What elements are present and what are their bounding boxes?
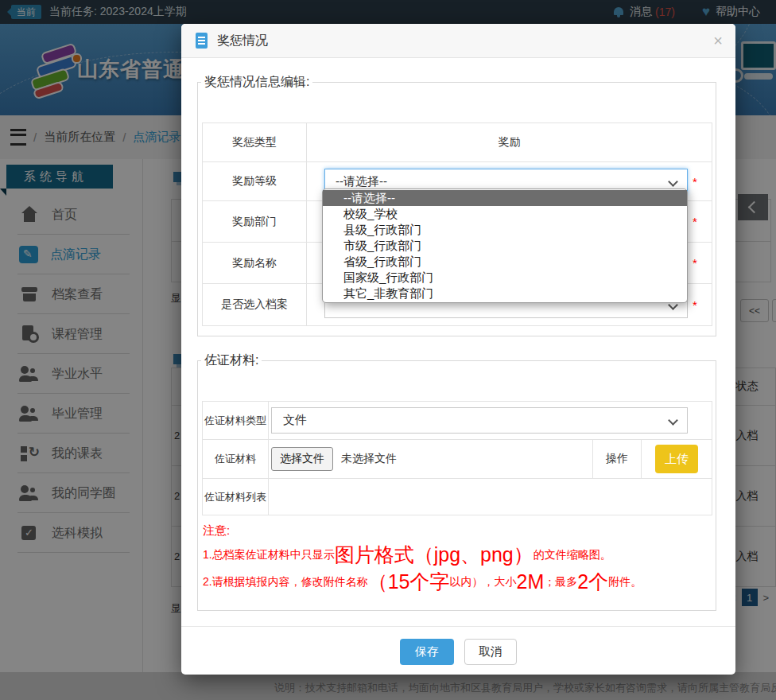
upload-button[interactable]: 上传 xyxy=(655,445,698,473)
note-text: ；最多 xyxy=(544,575,577,589)
dropdown-option[interactable]: 校级_学校 xyxy=(323,206,687,222)
notes: 注意: 1.总档案佐证材料中只显示图片格式（jpg、png）的文件缩略图。 2.… xyxy=(203,523,713,593)
award-name-label: 奖励名称 xyxy=(203,243,307,283)
form-row-evidence-type: 佐证材料类型 文件 xyxy=(203,402,712,440)
awards-modal: 奖惩情况 × 奖惩情况信息编辑: 奖惩类型 奖励 奖励等级 --请选择-- * xyxy=(181,24,735,675)
form-row-evidence-file: 佐证材料 选择文件 未选择文件 操作 上传 xyxy=(203,440,712,479)
evidence-type-label: 佐证材料类型 xyxy=(203,402,269,439)
evidence-table: 佐证材料类型 文件 佐证材料 选择文件 未选择文件 操作 上传 xyxy=(202,401,712,515)
modal-buttons: 保存 取消 xyxy=(181,639,735,665)
level-label: 奖励等级 xyxy=(203,162,307,200)
file-status-text: 未选择文件 xyxy=(341,452,397,466)
note-text: 附件。 xyxy=(608,575,642,589)
archive-label: 是否选入档案 xyxy=(203,284,307,325)
edit-section-legend: 奖惩情况信息编辑: xyxy=(201,74,312,91)
save-button[interactable]: 保存 xyxy=(400,639,454,665)
note-text: 以内），大小 xyxy=(450,575,517,589)
required-mark: * xyxy=(693,256,697,270)
required-mark: * xyxy=(693,215,697,228)
evidence-type-field: 文件 xyxy=(269,407,712,434)
close-icon[interactable]: × xyxy=(713,33,723,49)
page: 当前 当前任务: 2023-2024上学期 消息 (17) ♥ 帮助中心 山东省… xyxy=(0,0,776,700)
note-text: 的文件缩略图。 xyxy=(534,548,611,562)
level-select-dropdown: --请选择-- 校级_学校 县级_行政部门 市级_行政部门 省级_行政部门 国家… xyxy=(322,189,688,303)
evidence-section-legend: 佐证材料: xyxy=(201,352,262,369)
required-mark: * xyxy=(693,298,697,312)
dropdown-option[interactable]: 县级_行政部门 xyxy=(323,222,687,238)
dropdown-option[interactable]: --请选择-- xyxy=(323,190,687,206)
note-text-big: （15个字 xyxy=(368,571,450,593)
dropdown-option[interactable]: 其它_非教育部门 xyxy=(323,286,687,301)
upload-cell: 上传 xyxy=(642,445,712,473)
evidence-file-field: 选择文件 未选择文件 xyxy=(269,447,592,471)
note-text-big: 图片格式（jpg、png） xyxy=(335,544,534,566)
cancel-button[interactable]: 取消 xyxy=(464,639,517,665)
evidence-type-select[interactable]: 文件 xyxy=(271,407,688,434)
dropdown-option[interactable]: 省级_行政部门 xyxy=(323,254,687,270)
note-text-big: 2个 xyxy=(577,571,608,593)
evidence-file-label: 佐证材料 xyxy=(203,440,269,478)
document-icon xyxy=(196,33,208,49)
footer-divider xyxy=(181,626,735,627)
evidence-section: 佐证材料: 佐证材料类型 文件 佐证材料 选择文件 未选择文件 操作 xyxy=(197,352,716,611)
note-text: 1.总档案佐证材料中只显示 xyxy=(203,548,335,562)
dropdown-option[interactable]: 市级_行政部门 xyxy=(323,238,687,254)
operation-label: 操作 xyxy=(592,440,642,478)
required-mark: * xyxy=(693,175,697,189)
type-label: 奖惩类型 xyxy=(203,123,307,161)
department-label: 奖励部门 xyxy=(203,201,307,242)
note-title: 注意: xyxy=(203,523,713,539)
evidence-list-label: 佐证材料列表 xyxy=(203,479,269,515)
note-line-2: 2.请根据填报内容，修改附件名称（15个字以内），大小2M；最多2个附件。 xyxy=(203,571,713,593)
form-row-type: 奖惩类型 奖励 xyxy=(203,123,712,162)
type-value: 奖励 xyxy=(307,135,712,150)
modal-header: 奖惩情况 × xyxy=(181,24,735,58)
form-row-evidence-list: 佐证材料列表 xyxy=(203,479,712,515)
note-line-1: 1.总档案佐证材料中只显示图片格式（jpg、png）的文件缩略图。 xyxy=(203,544,713,566)
modal-title: 奖惩情况 xyxy=(217,33,268,49)
choose-file-button[interactable]: 选择文件 xyxy=(271,447,333,471)
dropdown-option[interactable]: 国家级_行政部门 xyxy=(323,270,687,286)
note-text-big: 2M xyxy=(517,571,545,593)
note-text: 2.请根据填报内容，修改附件名称 xyxy=(203,575,368,589)
